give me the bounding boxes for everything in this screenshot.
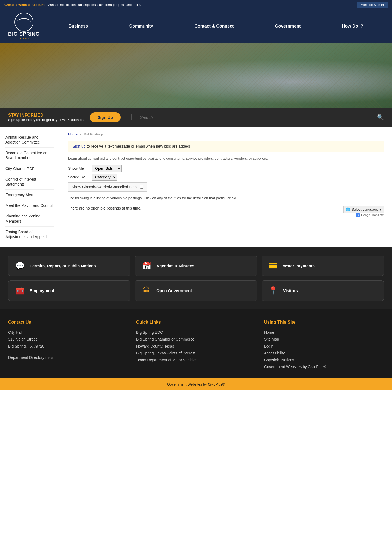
breadcrumb-separator: › [79,132,82,136]
footer-card-employment[interactable]: 🧰 Employment [8,280,130,301]
bottom-bar: Government Websites by CivicPlus® [0,378,392,390]
open-gov-label: Open Government [156,288,192,293]
translate-area: 🌐 Select Language ▾ G Google Translate [343,206,384,217]
chevron-down-icon: ▾ [379,207,381,211]
logo-subtext: TEXAS [18,37,30,40]
translate-label: Select Language [351,207,378,211]
using-site-home[interactable]: Home [264,329,384,336]
sidebar: Animal Rescue and Adoption Committee Bec… [0,132,60,242]
notification-box: Sign up to receive a text message or ema… [68,141,384,152]
top-bar-message: Create a Website Account - Manage notifi… [4,3,141,7]
signup-button[interactable]: Sign Up [90,112,121,122]
stay-informed-text: STAY INFORMED Sign up for Notify Me to g… [8,113,84,122]
sorted-by-label: Sorted By [68,175,90,179]
footer-card-agendas[interactable]: 📅 Agendas & Minutes [135,256,257,276]
quick-link-dmv[interactable]: Texas Department of Motor Vehicles [136,357,256,363]
sidebar-item-become-member[interactable]: Become a Committee or Board member [5,148,54,163]
dept-dir-note: (Link) [45,356,53,359]
stay-informed-title: STAY INFORMED [8,113,84,118]
using-site-copyright[interactable]: Copyright Notices [264,357,384,363]
sidebar-item-animal-rescue[interactable]: Animal Rescue and Adoption Committee [5,132,54,148]
nav-contact[interactable]: Contact & Connect [190,21,238,31]
show-closed-checkbox[interactable] [140,185,143,189]
using-site-civicplus[interactable]: Government Websites by CivicPlus® [264,363,384,370]
breadcrumb-home[interactable]: Home [68,132,78,136]
department-directory-link[interactable]: Department Directory (Link) [8,354,128,361]
sidebar-item-planning-zoning[interactable]: Planning and Zoning Members [5,211,54,226]
globe-icon: 🌐 [346,207,350,211]
water-label: Water Payments [283,263,315,268]
create-account-text: - Manage notification subscriptions, sav… [45,3,141,7]
quick-link-chamber[interactable]: Big Spring Chamber of Commerce [136,336,256,343]
website-signin-button[interactable]: Website Sign In [357,2,388,8]
bottom-bar-text: Government Websites by CivicPlus® [167,382,225,386]
search-button[interactable]: 🔍 [377,114,384,120]
quick-links-title: Quick Links [136,320,256,325]
using-site-title: Using This Site [264,320,384,325]
permits-label: Permits, Report, or Public Notices [30,263,96,268]
using-site-sitemap[interactable]: Site Map [264,336,384,343]
dept-dir-label: Department Directory [8,355,44,360]
nav-how-do-i[interactable]: How Do I? [338,21,367,31]
hero-texture [0,43,392,108]
create-account-link[interactable]: Create a Website Account [4,3,44,7]
bid-instructions: The following is a listing of various bi… [68,196,384,200]
sidebar-item-city-charter[interactable]: City Charter PDF [5,163,54,174]
notification-signup-link[interactable]: Sign up [73,144,85,148]
sidebar-item-emergency-alert[interactable]: Emergency Alert [5,190,54,200]
contact-line3: Big Spring, TX 79720 [8,343,128,350]
footer-quick-links: Quick Links Big Spring EDC Big Spring Ch… [136,320,256,370]
permits-icon: 💬 [15,261,25,270]
employment-label: Employment [30,288,54,293]
show-me-select[interactable]: Open Bids Closed Bids All Bids [92,165,122,172]
footer-card-permits[interactable]: 💬 Permits, Report, or Public Notices [8,256,130,276]
sidebar-item-meet-mayor[interactable]: Meet the Mayor and Council [5,200,54,211]
stay-informed-bar: STAY INFORMED Sign up for Notify Me to g… [0,108,392,127]
using-site-accessibility[interactable]: Accessibility [264,350,384,357]
footer-card-visitors[interactable]: 📍 Visitors [262,280,384,301]
no-bids-message: There are no open bid postings at this t… [68,206,141,210]
contact-line2: 310 Nolan Street [8,336,128,343]
footer-card-open-gov[interactable]: 🏛 Open Government [135,280,257,301]
stay-informed-subtitle: Sign up for Notify Me to get city news &… [8,118,84,122]
quick-link-howard[interactable]: Howard County, Texas [136,343,256,350]
sidebar-item-conflict[interactable]: Conflict of Interest Statements [5,174,54,190]
footer-using-site: Using This Site Home Site Map Login Acce… [264,320,384,370]
description-text: Learn about current bid and contract opp… [68,156,384,160]
sorted-by-select[interactable]: Category Title Date [92,174,117,181]
top-bar: Create a Website Account - Manage notifi… [0,0,392,10]
google-icon: G [356,213,360,217]
footer-card-water[interactable]: 💳 Water Payments [262,256,384,276]
google-powered: G Google Translate [356,213,384,217]
nav-community[interactable]: Community [125,21,157,31]
content-area: Home › Bid Postings Sign up to receive a… [60,132,392,242]
nav-government[interactable]: Government [271,21,305,31]
logo-text: BIG SPRING [8,32,40,37]
sidebar-item-zoning-board[interactable]: Zoning Board of Adjustments and Appeals [5,227,54,242]
main-content: Animal Rescue and Adoption Committee Bec… [0,127,392,247]
quick-link-poi[interactable]: Big Spring, Texas Points of Interest [136,350,256,357]
hero-image [0,43,392,108]
contact-line1: City Hall [8,329,128,336]
translate-select-wrapper[interactable]: 🌐 Select Language ▾ [343,206,384,213]
notification-text: to receive a text message or email when … [87,144,190,148]
contact-title: Contact Us [8,320,128,325]
visitors-icon: 📍 [268,286,278,295]
visitors-label: Visitors [283,288,298,293]
search-input[interactable] [140,115,374,120]
logo[interactable]: BIG SPRING TEXAS [8,13,40,40]
nav-business[interactable]: Business [65,21,92,31]
footer-info: Contact Us City Hall 310 Nolan Street Bi… [0,309,392,378]
show-closed-box: Show Closed/Awarded/Cancelled Bids: [68,182,147,192]
header: BIG SPRING TEXAS Business Community Cont… [0,10,392,43]
show-me-label: Show Me [68,166,90,171]
open-gov-icon: 🏛 [142,286,151,295]
water-icon: 💳 [268,261,278,270]
quick-link-edc[interactable]: Big Spring EDC [136,329,256,336]
search-area: 🔍 [131,114,384,120]
powered-by-text: Google Translate [361,213,384,217]
logo-circle [14,13,33,32]
show-closed-label: Show Closed/Awarded/Cancelled Bids: [72,185,138,189]
using-site-login[interactable]: Login [264,343,384,350]
employment-icon: 🧰 [15,286,25,295]
